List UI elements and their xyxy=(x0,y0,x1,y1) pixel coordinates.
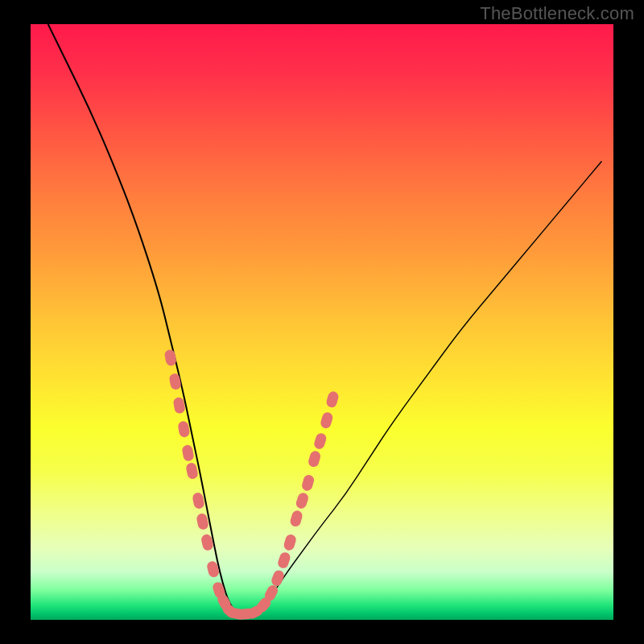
marker-point xyxy=(192,492,205,510)
marker-point xyxy=(295,491,310,510)
marker-point xyxy=(301,473,316,492)
marker-point xyxy=(320,411,334,430)
marker-point xyxy=(277,551,292,569)
marker-point xyxy=(270,569,285,588)
marker-point xyxy=(181,444,195,462)
marker-point xyxy=(313,432,328,451)
bottleneck-curve-left xyxy=(48,24,264,613)
marker-point xyxy=(289,510,303,528)
marker-point xyxy=(283,533,297,551)
watermark-text: TheBottleneck.com xyxy=(480,3,634,24)
plot-area xyxy=(31,24,613,620)
marker-group xyxy=(163,349,339,620)
marker-point xyxy=(308,450,322,469)
marker-point xyxy=(325,390,340,409)
marker-point xyxy=(177,420,190,438)
chart-frame: TheBottleneck.com xyxy=(0,0,644,644)
marker-point xyxy=(185,462,199,480)
marker-point xyxy=(196,513,209,530)
curve-svg xyxy=(31,24,613,620)
marker-point xyxy=(163,349,177,366)
